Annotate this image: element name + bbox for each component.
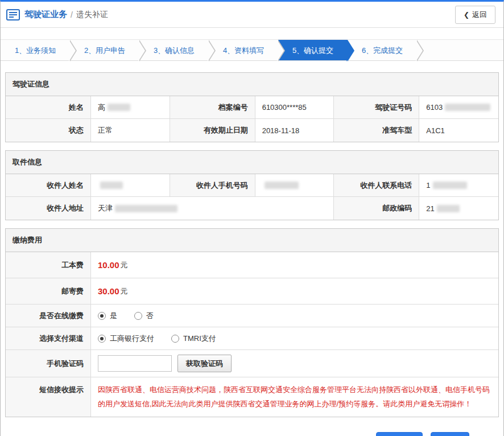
step-1-business-notice[interactable]: 1、业务须知 bbox=[1, 40, 70, 60]
recipient-phone-value: 1 bbox=[419, 174, 498, 197]
online-payment-label: 是否在线缴费 bbox=[6, 305, 91, 327]
get-code-button[interactable]: 获取验证码 bbox=[177, 355, 232, 372]
file-no-label: 档案编号 bbox=[170, 96, 255, 119]
fee-unit: 元 bbox=[121, 286, 128, 297]
recipient-name-label: 收件人姓名 bbox=[6, 174, 91, 197]
name-value: 高 bbox=[91, 96, 170, 119]
channel-tmri-label: TMRI支付 bbox=[183, 334, 216, 344]
license-info-table: 姓名 高 档案编号 610300****85 驾驶证号码 6103 状态 正常 … bbox=[6, 96, 498, 142]
pickup-info-section: 取件信息 收件人姓名 收件人手机号码 收件人联系电话 1 收件人地址 天津 邮政… bbox=[5, 150, 499, 220]
online-no-option[interactable]: 否 bbox=[134, 311, 154, 321]
header: 驾驶证业务 / 遗失补证 ❮返回 bbox=[1, 2, 503, 28]
mailing-fee-value: 30.00元 bbox=[91, 278, 498, 305]
postal-code-value: 21 bbox=[419, 197, 498, 220]
redacted-blur bbox=[108, 104, 130, 111]
name-label: 姓名 bbox=[6, 96, 91, 119]
fee-amount: 10.00 bbox=[98, 260, 119, 270]
step-label: 4、资料填写 bbox=[223, 46, 264, 55]
step-label: 1、业务须知 bbox=[15, 46, 56, 55]
channel-icbc-option[interactable]: 工商银行支付 bbox=[98, 334, 154, 344]
status-value: 正常 bbox=[91, 119, 170, 142]
step-5-confirm-submit[interactable]: 5、确认提交 bbox=[278, 40, 348, 60]
step-label: 6、完成提交 bbox=[362, 46, 403, 55]
back-button[interactable]: ❮返回 bbox=[455, 6, 495, 24]
status-label: 状态 bbox=[6, 119, 91, 142]
footer-actions: 上一步 完成 bbox=[1, 425, 503, 436]
license-no-value: 6103 bbox=[419, 96, 498, 119]
document-icon bbox=[6, 9, 20, 20]
radio-no-icon[interactable] bbox=[134, 312, 142, 320]
online-yes-label: 是 bbox=[110, 311, 117, 321]
pickup-info-title: 取件信息 bbox=[6, 151, 498, 174]
redacted-blur bbox=[437, 205, 460, 212]
page-title: 驾驶证业务 bbox=[24, 9, 67, 20]
postal-code-label: 邮政编码 bbox=[334, 197, 419, 220]
payment-table: 工本费 10.00元 邮寄费 30.00元 是否在线缴费 是 否 选择支付渠道 … bbox=[6, 252, 498, 417]
vehicle-type-value: A1C1 bbox=[419, 119, 498, 142]
radio-yes-icon[interactable] bbox=[98, 312, 106, 320]
title-separator: / bbox=[71, 10, 73, 19]
recipient-mobile-value bbox=[255, 174, 334, 197]
redacted-blur bbox=[445, 104, 490, 111]
redacted-blur bbox=[115, 205, 177, 212]
online-payment-options: 是 否 bbox=[91, 305, 498, 327]
sms-code-input[interactable] bbox=[98, 355, 172, 372]
channel-tmri-option[interactable]: TMRI支付 bbox=[171, 334, 216, 344]
recipient-phone-label: 收件人联系电话 bbox=[334, 174, 419, 197]
sms-notice-label: 短信接收提示 bbox=[6, 377, 91, 417]
step-2-user-declaration[interactable]: 2、用户申告 bbox=[70, 40, 139, 60]
recipient-name-value bbox=[91, 174, 170, 197]
sms-notice-text-cell: 因陕西省联通、电信运营商技术问题，陕西省互联网交通安全综合服务管理平台无法向持陕… bbox=[91, 377, 498, 417]
radio-tmri-icon[interactable] bbox=[171, 335, 179, 343]
recipient-address-label: 收件人地址 bbox=[6, 197, 91, 220]
online-yes-option[interactable]: 是 bbox=[98, 311, 117, 321]
step-label: 2、用户申告 bbox=[84, 46, 125, 55]
payment-channel-options: 工商银行支付 TMRI支付 bbox=[91, 327, 498, 350]
chevron-left-icon: ❮ bbox=[464, 11, 469, 19]
license-info-section: 驾驶证信息 姓名 高 档案编号 610300****85 驾驶证号码 6103 … bbox=[5, 72, 499, 142]
expiry-label: 有效期止日期 bbox=[170, 119, 255, 142]
sms-code-row: 获取验证码 bbox=[91, 350, 498, 377]
pickup-info-table: 收件人姓名 收件人手机号码 收件人联系电话 1 收件人地址 天津 邮政编码 21 bbox=[6, 174, 498, 220]
sms-notice-text: 因陕西省联通、电信运营商技术问题，陕西省互联网交通安全综合服务管理平台无法向持陕… bbox=[98, 383, 491, 411]
redacted-blur bbox=[100, 182, 123, 189]
recipient-mobile-label: 收件人手机号码 bbox=[170, 174, 255, 197]
online-no-label: 否 bbox=[146, 311, 154, 321]
redacted-blur bbox=[433, 182, 467, 189]
step-4-fill-data[interactable]: 4、资料填写 bbox=[209, 40, 278, 60]
sms-code-label: 手机验证码 bbox=[6, 350, 91, 377]
finish-button[interactable]: 完成 bbox=[431, 432, 469, 436]
production-fee-value: 10.00元 bbox=[91, 252, 498, 278]
file-no-value: 610300****85 bbox=[255, 96, 334, 119]
step-3-confirm-info[interactable]: 3、确认信息 bbox=[139, 40, 209, 60]
step-6-complete-submit[interactable]: 6、完成提交 bbox=[348, 40, 417, 60]
payment-section: 缴纳费用 工本费 10.00元 邮寄费 30.00元 是否在线缴费 是 否 选择… bbox=[5, 228, 499, 417]
page-subtitle: 遗失补证 bbox=[76, 10, 108, 20]
recipient-address-value: 天津 bbox=[91, 197, 334, 220]
step-wizard: 1、业务须知 2、用户申告 3、确认信息 4、资料填写 5、确认提交 6、完成提… bbox=[1, 39, 503, 61]
redacted-blur bbox=[265, 182, 299, 189]
payment-channel-label: 选择支付渠道 bbox=[6, 327, 91, 350]
page: 驾驶证业务 / 遗失补证 ❮返回 1、业务须知 2、用户申告 3、确认信息 4、… bbox=[0, 0, 504, 436]
back-button-label: 返回 bbox=[472, 10, 487, 19]
mailing-fee-label: 邮寄费 bbox=[6, 278, 91, 305]
step-label: 5、确认提交 bbox=[292, 46, 333, 55]
production-fee-label: 工本费 bbox=[6, 252, 91, 278]
channel-icbc-label: 工商银行支付 bbox=[110, 334, 154, 344]
vehicle-type-label: 准驾车型 bbox=[334, 119, 419, 142]
step-label: 3、确认信息 bbox=[154, 46, 195, 55]
license-info-title: 驾驶证信息 bbox=[6, 73, 498, 96]
expiry-value: 2018-11-18 bbox=[255, 119, 334, 142]
previous-step-button[interactable]: 上一步 bbox=[376, 432, 423, 436]
payment-title: 缴纳费用 bbox=[6, 229, 498, 252]
fee-unit: 元 bbox=[121, 260, 128, 270]
radio-icbc-icon[interactable] bbox=[98, 335, 106, 343]
fee-amount: 30.00 bbox=[98, 286, 119, 296]
license-no-label: 驾驶证号码 bbox=[334, 96, 419, 119]
